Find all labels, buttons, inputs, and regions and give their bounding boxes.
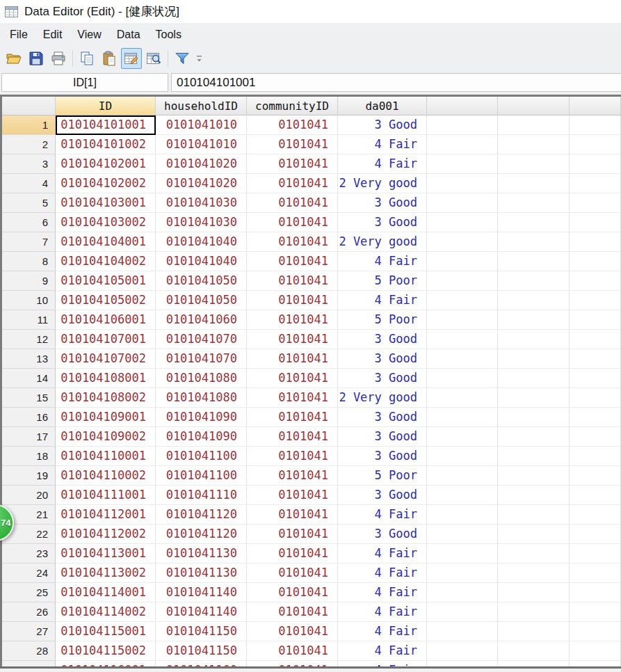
cell-empty[interactable] [498,602,570,622]
cell-id[interactable]: 010104112002 [56,525,156,544]
row-number[interactable]: 26 [2,602,56,622]
cell-communityid[interactable]: 0101041 [247,213,338,232]
cell-id[interactable]: 010104112001 [56,505,156,525]
cell-empty[interactable] [570,271,621,291]
cell-id[interactable]: 010104109001 [56,408,156,427]
cell-reference-box[interactable]: ID[1] [1,73,168,92]
cell-empty[interactable] [427,563,498,583]
row-number[interactable]: 20 [2,486,56,505]
cell-empty[interactable] [498,447,570,466]
data-editor-edit-button[interactable] [121,48,142,69]
cell-empty[interactable] [498,193,570,213]
cell-id[interactable]: 010104101002 [56,135,156,154]
cell-empty[interactable] [427,388,498,408]
menu-edit[interactable]: Edit [35,25,70,45]
row-number[interactable]: 15 [2,388,56,408]
cell-empty[interactable] [427,291,498,310]
cell-empty[interactable] [570,622,621,641]
cell-householdid[interactable]: 0101041050 [156,271,247,291]
cell-da001[interactable]: 4 Fair [338,505,427,525]
cell-communityid[interactable]: 0101041 [247,641,338,661]
cell-householdid[interactable]: 0101041090 [156,427,247,447]
cell-communityid[interactable]: 0101041 [247,232,338,252]
cell-empty[interactable] [427,252,498,271]
cell-id[interactable]: 010104114001 [56,583,156,602]
row-number[interactable]: 10 [2,291,56,310]
row-number[interactable]: 4 [2,174,56,193]
cell-da001[interactable]: 4 Fair [338,661,427,666]
cell-empty[interactable] [570,466,621,486]
cell-empty[interactable] [570,193,621,213]
save-button[interactable] [26,48,47,69]
cell-id[interactable]: 010104107001 [56,330,156,349]
cell-empty[interactable] [498,583,570,602]
cell-da001[interactable]: 3 Good [338,486,427,505]
data-browser-button[interactable] [143,48,164,69]
header-id[interactable]: ID [56,97,156,115]
row-number[interactable]: 25 [2,583,56,602]
cell-da001[interactable]: 3 Good [338,525,427,544]
cell-empty[interactable] [427,213,498,232]
cell-da001[interactable]: 4 Fair [338,544,427,563]
cell-da001[interactable]: 3 Good [338,213,427,232]
cell-empty[interactable] [427,271,498,291]
cell-id[interactable]: 010104105001 [56,271,156,291]
cell-householdid[interactable]: 0101041040 [156,252,247,271]
cell-householdid[interactable]: 0101041140 [156,583,247,602]
cell-empty[interactable] [570,661,621,666]
cell-empty[interactable] [427,525,498,544]
cell-communityid[interactable]: 0101041 [247,583,338,602]
menu-tools[interactable]: Tools [148,25,189,45]
cell-householdid[interactable]: 0101041150 [156,641,247,661]
cell-empty[interactable] [570,154,621,174]
cell-empty[interactable] [427,193,498,213]
cell-empty[interactable] [570,330,621,349]
cell-id[interactable]: 010104115001 [56,622,156,641]
row-number[interactable]: 2 [2,135,56,154]
cell-empty[interactable] [427,466,498,486]
cell-id[interactable]: 010104105002 [56,291,156,310]
header-empty[interactable] [570,97,621,115]
cell-da001[interactable]: 3 Good [338,369,427,388]
cell-id[interactable]: 010104111001 [56,486,156,505]
cell-da001[interactable]: 2 Very good [338,174,427,193]
cell-empty[interactable] [427,427,498,447]
cell-communityid[interactable]: 0101041 [247,252,338,271]
cell-householdid[interactable]: 0101041120 [156,505,247,525]
cell-empty[interactable] [427,310,498,330]
cell-empty[interactable] [498,544,570,563]
row-number[interactable]: 12 [2,330,56,349]
cell-empty[interactable] [570,252,621,271]
row-number[interactable]: 24 [2,563,56,583]
cell-householdid[interactable]: 0101041020 [156,154,247,174]
cell-communityid[interactable]: 0101041 [247,291,338,310]
row-number[interactable]: 6 [2,213,56,232]
cell-da001[interactable]: 3 Good [338,447,427,466]
cell-householdid[interactable]: 0101041060 [156,310,247,330]
cell-id[interactable]: 010104101001 [56,115,156,135]
row-number[interactable]: 11 [2,310,56,330]
cell-id[interactable]: 010104110001 [56,447,156,466]
cell-id[interactable]: 010104102002 [56,174,156,193]
cell-empty[interactable] [427,622,498,641]
cell-id[interactable]: 010104102001 [56,154,156,174]
cell-da001[interactable]: 4 Fair [338,291,427,310]
row-number[interactable]: 17 [2,427,56,447]
cell-communityid[interactable]: 0101041 [247,427,338,447]
cell-empty[interactable] [498,563,570,583]
cell-householdid[interactable]: 0101041030 [156,193,247,213]
cell-da001[interactable]: 3 Good [338,330,427,349]
cell-id[interactable]: 010104103001 [56,193,156,213]
cell-empty[interactable] [427,447,498,466]
cell-empty[interactable] [427,349,498,369]
cell-empty[interactable] [570,583,621,602]
row-number[interactable]: 3 [2,154,56,174]
cell-empty[interactable] [498,174,570,193]
row-number[interactable]: 19 [2,466,56,486]
cell-id[interactable]: 010104108001 [56,369,156,388]
row-number[interactable]: 1 [2,115,56,135]
cell-empty[interactable] [427,369,498,388]
cell-communityid[interactable]: 0101041 [247,602,338,622]
cell-empty[interactable] [427,583,498,602]
cell-communityid[interactable]: 0101041 [247,310,338,330]
